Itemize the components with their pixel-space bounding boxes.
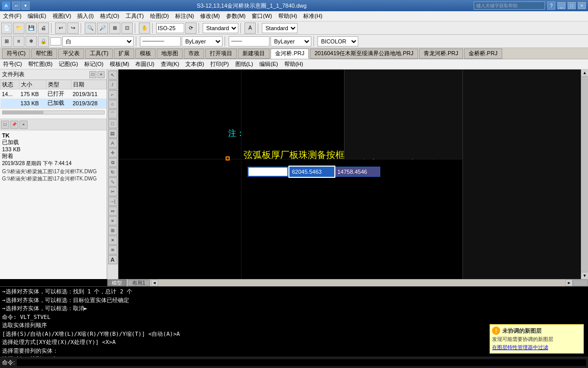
menu2-jitu[interactable]: 记图(G): [56, 59, 81, 69]
tool-offset[interactable]: ≡: [108, 216, 117, 225]
tb-redo-btn[interactable]: ↪: [67, 22, 79, 34]
tool-trim[interactable]: ✂: [108, 187, 117, 196]
menu-item-file[interactable]: 文件(F): [0, 11, 24, 21]
menu2-print[interactable]: 打印(P): [207, 59, 232, 69]
tool-arc[interactable]: ⌒: [108, 109, 117, 119]
menu-item-param[interactable]: 参数(M): [223, 11, 249, 21]
menu-item-help[interactable]: 帮助(H): [275, 11, 300, 21]
tb-zoom-in[interactable]: 🔍: [85, 22, 96, 34]
menu2-chaxun[interactable]: 查询(K): [158, 59, 183, 69]
panel-pin-btn[interactable]: 📌: [10, 121, 18, 129]
layer-freeze-btn[interactable]: ❄: [26, 36, 37, 47]
proj-tab-jinqiao[interactable]: 金桥桥.PRJ: [464, 49, 502, 59]
layer-color-btn[interactable]: [50, 37, 61, 45]
menu-item-tools[interactable]: 工具(T): [122, 11, 147, 21]
tool-line[interactable]: /: [108, 80, 117, 89]
proj-tab-qinglong[interactable]: 青龙河桥.PRJ: [419, 49, 463, 59]
tool-array[interactable]: ⊞: [108, 226, 117, 235]
v-scroll-up[interactable]: ▲: [581, 70, 588, 77]
layer-name-select[interactable]: 白: [62, 36, 134, 47]
proj-tab-open[interactable]: 打开项目: [205, 49, 237, 59]
tb-zoom-win[interactable]: ⊡: [121, 22, 133, 34]
tool-hatch[interactable]: ▤: [108, 129, 117, 138]
help-icon[interactable]: ?: [547, 2, 555, 10]
proj-tab-fuhao[interactable]: 符号(C): [2, 49, 30, 59]
menu-item-insert[interactable]: 插入(I): [74, 11, 96, 21]
tool-scale[interactable]: ⤡: [108, 177, 117, 187]
layer-manager-btn[interactable]: ⊞: [1, 36, 12, 47]
horizontal-scrollbar[interactable]: 模型 布局1 ◄ ►: [107, 279, 588, 286]
maximize-button[interactable]: □: [568, 2, 576, 9]
tool-polyline[interactable]: ⌐: [108, 90, 117, 99]
tool-circle[interactable]: ○: [108, 100, 117, 109]
menu-item-modify[interactable]: 修改(M): [197, 11, 223, 21]
layer-props-btn[interactable]: ≡: [13, 36, 24, 47]
tool-erase[interactable]: ✕: [108, 236, 117, 245]
proj-tab-shizheng[interactable]: 市政: [184, 49, 204, 59]
menu2-bangtu[interactable]: 帮忙图(B): [25, 59, 56, 69]
h-scroll-left[interactable]: ◄: [151, 280, 158, 286]
h-scroll-thumb-area[interactable]: [573, 280, 588, 286]
menu2-edit[interactable]: 编辑(E): [256, 59, 281, 69]
tool-mirror[interactable]: ⇔: [108, 206, 117, 216]
console-input[interactable]: [17, 359, 586, 366]
tool-text-A[interactable]: A: [108, 255, 117, 264]
proj-tab-bangtu[interactable]: 帮忙图: [31, 49, 57, 59]
menu-item-view[interactable]: 视图(V): [50, 11, 75, 21]
menu2-buju[interactable]: 布圆(U): [132, 59, 157, 69]
tb-text-btn[interactable]: A: [244, 22, 256, 34]
proj-tab-jinhe[interactable]: 金河桥.PRJ: [271, 49, 309, 59]
tb-pan[interactable]: ✋: [139, 22, 150, 34]
tool-move[interactable]: ✛: [108, 148, 117, 157]
text-style-select[interactable]: Standard: [203, 23, 238, 33]
model-tab[interactable]: 模型: [107, 280, 127, 286]
menu2-wenben[interactable]: 文本(B): [182, 59, 207, 69]
menu2-fuhao[interactable]: 符号(C): [0, 59, 25, 69]
proj-tab-template[interactable]: 模板: [135, 49, 156, 59]
notif-link[interactable]: 在图层特性管理器中过滤: [492, 344, 581, 351]
panel-btn-2[interactable]: ×: [97, 71, 105, 78]
coord-main-input[interactable]: [248, 167, 288, 177]
panel-btn-1[interactable]: □: [89, 71, 96, 78]
iso-input[interactable]: [156, 23, 184, 33]
tool-properties[interactable]: ≋: [108, 245, 117, 255]
lineweight-select[interactable]: ByLayer: [271, 36, 311, 47]
menu-item-edit[interactable]: 编辑(E): [24, 11, 50, 21]
panel-resize-btn[interactable]: □: [1, 121, 9, 129]
tool-copy[interactable]: ⧉: [108, 158, 117, 167]
tb-new-btn[interactable]: 📄: [1, 22, 12, 34]
layout-tab-1[interactable]: 布局1: [128, 280, 150, 286]
tool-text[interactable]: A: [108, 139, 117, 148]
qa-btn-1[interactable]: ↩: [12, 2, 20, 10]
file-row-1[interactable]: 14... 175 KB 已打开 2019/3/11: [1, 89, 107, 99]
info-scrollbar-h[interactable]: [2, 110, 105, 114]
panel-close-btn[interactable]: ×: [19, 121, 28, 129]
tb-open-btn[interactable]: 📁: [13, 22, 24, 34]
tool-rectangle[interactable]: □: [108, 119, 117, 128]
menu2-biaoji[interactable]: 标记(O): [81, 59, 107, 69]
tool-rotate[interactable]: ↻: [108, 168, 117, 177]
menu-item-standard[interactable]: 标准(H): [300, 11, 325, 21]
tb-zoom-out[interactable]: 🔎: [97, 22, 108, 34]
tb-undo-btn[interactable]: ↩: [55, 22, 66, 34]
proj-tab-date[interactable]: 20160419任木斯至绥满界公路地地.PRJ: [310, 49, 418, 59]
file-row-2[interactable]: 133 KB 已加载 2019/3/28: [1, 99, 107, 108]
menu-item-dimension[interactable]: 标注(N): [172, 11, 197, 21]
h-scroll-track[interactable]: [158, 280, 566, 286]
dim-style-select[interactable]: Standard: [262, 23, 298, 33]
proj-tab-extend[interactable]: 扩展: [114, 49, 134, 59]
menu-item-format[interactable]: 格式(O): [97, 11, 122, 21]
qa-btn-2[interactable]: ▼: [21, 2, 30, 10]
tool-extend[interactable]: →|: [108, 197, 117, 206]
proj-tab-dixing[interactable]: 地形图: [157, 49, 183, 59]
menu2-help[interactable]: 帮助(H): [281, 59, 306, 69]
h-scroll-right[interactable]: ►: [566, 280, 573, 286]
vertical-scrollbar[interactable]: ▲ ▼: [581, 70, 588, 279]
layer-lock-btn[interactable]: 🔒: [38, 36, 49, 47]
proj-tab-tools[interactable]: 工具(T): [85, 49, 113, 59]
proj-tab-pingfu[interactable]: 平父表: [58, 49, 84, 59]
linetype-select[interactable]: ByLayer: [182, 36, 223, 47]
proj-tab-new[interactable]: 新建项目: [238, 49, 270, 59]
minimize-button[interactable]: _: [557, 2, 566, 9]
color-select[interactable]: BICOLOR: [317, 36, 358, 47]
